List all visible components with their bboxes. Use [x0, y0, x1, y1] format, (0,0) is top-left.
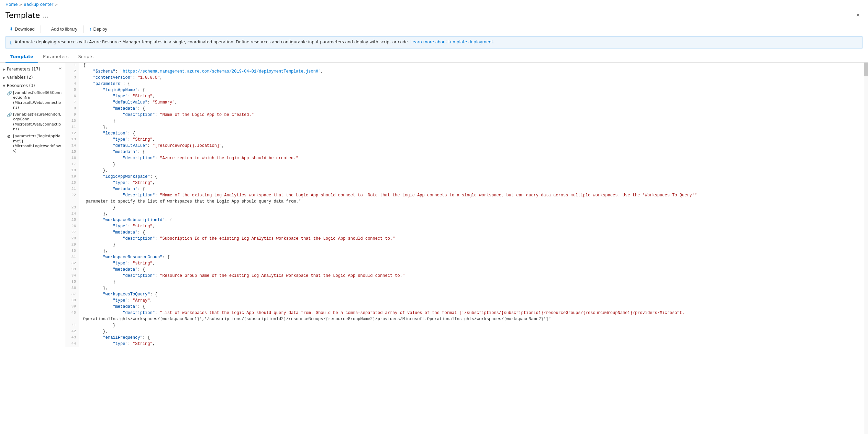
sidebar-group-parameters: ▶ Parameters (17) [0, 65, 65, 73]
code-line-43: 43 "emailFrequency": { [65, 335, 864, 341]
code-line-22b: parameter to specify the list of workspa… [65, 199, 864, 205]
code-line-18: 18 }, [65, 168, 864, 174]
info-banner-text: Automate deploying resources with Azure … [14, 40, 494, 44]
code-line-33: 33 "metadata": { [65, 267, 864, 273]
code-line-36: 36 }, [65, 285, 864, 292]
code-line-40b: OperationalInsights/workspaces/{workspac… [65, 316, 864, 323]
deploy-button[interactable]: ↑ Deploy [86, 24, 111, 34]
page-header: Template ... × [0, 9, 868, 23]
add-to-library-icon: + [47, 26, 49, 32]
add-to-library-button[interactable]: + Add to library [43, 24, 81, 34]
breadcrumb-home[interactable]: Home [5, 2, 18, 7]
resource-3-line1: [parameters('logicAppName')] [13, 134, 62, 144]
page-title: Template [5, 11, 40, 20]
code-line-14: 14 "defaultValue": "[resourceGroup().loc… [65, 143, 864, 149]
sidebar-group-variables-header[interactable]: ▶ Variables (2) [0, 74, 65, 81]
code-line-21: 21 "metadata": { [65, 186, 864, 193]
sidebar-group-parameters-header[interactable]: ▶ Parameters (17) [0, 65, 65, 73]
sidebar-item-azure-monitor-connection[interactable]: 🔗 [variables('azureMonitorLogsConn (Micr… [0, 111, 65, 133]
download-icon: ⬇ [9, 26, 13, 32]
resource-1-line1: [variables('office365ConnectionNa [13, 90, 62, 100]
minimap-scrollbar[interactable] [864, 63, 868, 76]
code-line-17: 17 } [65, 162, 864, 168]
resource-3-line2: (Microsoft.Logic/workflows) [13, 144, 62, 154]
parameters-group-label: Parameters (17) [7, 67, 40, 72]
sidebar-group-variables: ▶ Variables (2) [0, 74, 65, 81]
code-line-35: 35 } [65, 279, 864, 285]
code-line-20: 20 "type": "String", [65, 180, 864, 186]
toolbar-separator-2 [83, 25, 84, 33]
info-icon: ℹ [10, 40, 12, 45]
code-line-30: 30 }, [65, 248, 864, 254]
page-options-dots[interactable]: ... [43, 12, 48, 19]
code-line-15: 15 "metadata": { [65, 149, 864, 155]
code-line-7: 7 "defaultValue": "Summary", [65, 100, 864, 106]
tab-scripts[interactable]: Scripts [74, 51, 98, 63]
sidebar-collapse-button[interactable]: « [57, 65, 63, 72]
code-line-16: 16 "description": "Azure region in which… [65, 155, 864, 162]
close-button[interactable]: × [853, 10, 863, 20]
page-title-row: Template ... [5, 11, 49, 20]
code-line-23: 23 } [65, 205, 864, 211]
code-line-25: 25 "workspaceSubscriptionId": { [65, 217, 864, 224]
breadcrumb-sep2: > [55, 2, 58, 7]
sidebar-item-office365-connection[interactable]: 🔗 [variables('office365ConnectionNa (Mic… [0, 89, 65, 111]
breadcrumb: Home > Backup center > [0, 0, 868, 9]
parameters-chevron-icon: ▶ [3, 67, 5, 71]
resources-group-label: Resources (3) [7, 83, 35, 88]
code-line-22: 22 "description": "Name of the existing … [65, 193, 864, 199]
tabs-bar: Template Parameters Scripts [0, 51, 868, 63]
code-line-41: 41 } [65, 323, 864, 329]
resource-2-line2: (Microsoft.Web/connections) [13, 122, 62, 132]
deploy-icon: ↑ [89, 26, 92, 32]
tab-template[interactable]: Template [5, 51, 38, 63]
connection-icon-2: 🔗 [7, 112, 12, 118]
resource-2-line1: [variables('azureMonitorLogsConn [13, 112, 62, 122]
code-line-19: 19 "logicAppWorkspace": { [65, 174, 864, 180]
code-line-4: 4 "parameters": { [65, 81, 864, 87]
minimap [864, 63, 868, 434]
tab-parameters[interactable]: Parameters [38, 51, 73, 63]
download-label: Download [15, 26, 35, 32]
code-line-32: 32 "type": "string", [65, 261, 864, 267]
resources-chevron-icon: ▼ [3, 84, 5, 88]
code-line-37: 37 "workspacesToQuery": { [65, 292, 864, 298]
connection-icon-1: 🔗 [7, 91, 12, 96]
toolbar: ⬇ Download + Add to library ↑ Deploy [0, 23, 868, 36]
variables-chevron-icon: ▶ [3, 76, 5, 79]
code-line-13: 13 "type": "String", [65, 137, 864, 143]
download-button[interactable]: ⬇ Download [5, 24, 38, 34]
main-content: « ▶ Parameters (17) ▶ Variables (2) ▼ Re… [0, 63, 868, 434]
sidebar-item-logic-app[interactable]: ⚙ [parameters('logicAppName')] (Microsof… [0, 133, 65, 154]
code-line-2: 2 "$schema": "https://schema.management.… [65, 69, 864, 75]
code-line-12: 12 "location": { [65, 131, 864, 137]
info-banner: ℹ Automate deploying resources with Azur… [5, 36, 863, 48]
code-line-29: 29 } [65, 242, 864, 248]
resource-1-line2: (Microsoft.Web/connections) [13, 100, 62, 110]
code-line-9: 9 "description": "Name of the Logic App … [65, 112, 864, 118]
code-line-24: 24 }, [65, 211, 864, 217]
code-line-44: 44 "type": "String", [65, 341, 864, 347]
code-line-40: 40 "description": "List of workspaces th… [65, 310, 864, 316]
code-line-1: 1 { [65, 63, 864, 69]
code-line-39: 39 "metadata": { [65, 304, 864, 310]
code-line-28: 28 "description": "Subscription Id of th… [65, 236, 864, 242]
sidebar-group-resources: ▼ Resources (3) 🔗 [variables('office365C… [0, 82, 65, 155]
code-line-3: 3 "contentVersion": "1.0.0.0", [65, 75, 864, 81]
sidebar-group-resources-header[interactable]: ▼ Resources (3) [0, 82, 65, 89]
sidebar: « ▶ Parameters (17) ▶ Variables (2) ▼ Re… [0, 63, 65, 434]
code-line-27: 27 "metadata": { [65, 230, 864, 236]
code-line-5: 5 "logicAppName": { [65, 87, 864, 94]
code-line-26: 26 "type": "string", [65, 224, 864, 230]
code-editor[interactable]: 1 { 2 "$schema": "https://schema.managem… [65, 63, 864, 434]
toolbar-separator-1 [41, 25, 41, 33]
info-banner-link[interactable]: Learn more about template deployment. [410, 40, 494, 44]
code-line-34: 34 "description": "Resource Group name o… [65, 273, 864, 279]
code-line-31: 31 "workspaceResourceGroup": { [65, 254, 864, 261]
code-line-11: 11 }, [65, 124, 864, 131]
code-line-42: 42 }, [65, 329, 864, 335]
add-to-library-label: Add to library [51, 26, 77, 32]
breadcrumb-sep1: > [19, 2, 22, 7]
deploy-label: Deploy [93, 26, 107, 32]
breadcrumb-backup-center[interactable]: Backup center [24, 2, 53, 7]
